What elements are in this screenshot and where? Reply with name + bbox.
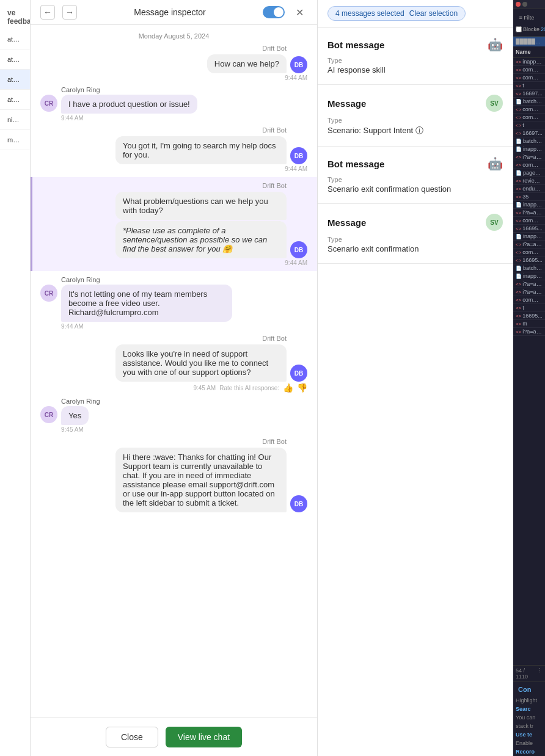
list-item[interactable]: <> 35 xyxy=(513,193,545,201)
list-item[interactable]: <> 16697... xyxy=(513,129,545,137)
rate-row: 9:45 AM Rate this AI response: 👍 👎 xyxy=(193,383,307,393)
sidebar-item-0[interactable]: ator - DL xyxy=(0,29,30,49)
bot-sender-label: Drift Bot xyxy=(262,438,287,445)
main-content: ← → Message inspector ✕ Monday August 5,… xyxy=(31,0,545,756)
recoro-section: Recoro xyxy=(513,747,545,756)
devtools-bar-text: ██████████ xyxy=(516,38,543,45)
inspector-body: Bot message 🤖 Type AI response skill Mes… xyxy=(318,27,513,756)
message-inspector-toggle[interactable] xyxy=(263,6,285,18)
list-item[interactable]: 📄 inapp?... xyxy=(513,272,545,280)
thumbs-up-icon[interactable]: 👍 xyxy=(283,383,293,393)
tag-icon: <> xyxy=(516,329,521,335)
list-item[interactable]: 📄 batche... xyxy=(513,98,545,106)
list-item[interactable]: <> 16695... xyxy=(513,256,545,264)
filter-button[interactable]: ≡ Filte xyxy=(516,12,538,24)
tag-icon: <> xyxy=(516,226,521,231)
tag-icon: <> xyxy=(516,258,521,263)
tag-icon: <> xyxy=(516,282,521,287)
inspector-card-4[interactable]: Message SV Type Scenario exit confirmati… xyxy=(318,204,513,264)
type-value: Scenario: Support Intent ⓘ xyxy=(327,125,503,136)
devtools-rows[interactable]: <> inapp?... <> comma... <> comma... <> … xyxy=(513,58,545,665)
file-icon: 📄 xyxy=(516,202,522,208)
sidebar-item-3[interactable]: ator - DL xyxy=(0,90,30,110)
list-item[interactable]: <> m xyxy=(513,320,545,328)
list-item[interactable]: <> comma... xyxy=(513,249,545,256)
tag-icon: <> xyxy=(516,305,521,311)
list-item[interactable]: <> 16695... xyxy=(513,312,545,320)
devtools-count: 54 / 1110 xyxy=(516,667,537,680)
clear-selection-button[interactable]: Clear selection xyxy=(409,9,458,18)
list-item[interactable]: <> i?a=ak... xyxy=(513,288,545,296)
chat-body[interactable]: Drift Bot How can we help? DB 9:44 AM Ca… xyxy=(31,45,317,718)
list-item[interactable]: <> comma... xyxy=(513,296,545,304)
type-label: Type xyxy=(327,236,503,243)
bot-icon: 🤖 xyxy=(488,156,503,171)
close-icon[interactable]: ✕ xyxy=(292,5,307,20)
list-item[interactable]: <> t xyxy=(513,82,545,90)
sidebar-item-1[interactable]: ator - DL xyxy=(0,49,30,70)
message-bubble: Looks like you're in need of support ass… xyxy=(115,344,287,382)
sidebar-header: ve feedback xyxy=(0,5,30,29)
list-item[interactable]: 📄 inapp?... xyxy=(513,145,545,153)
list-item[interactable]: <> inapp?... xyxy=(513,58,545,66)
list-item[interactable]: 📄 inapp?... xyxy=(513,233,545,241)
list-item[interactable]: <> comma... xyxy=(513,114,545,122)
message-2: Carolyn Ring CR I have a product questio… xyxy=(40,86,307,122)
inspector-card-3[interactable]: Bot message 🤖 Type Scenario exit confirm… xyxy=(318,147,513,204)
type-value: Scenario exit confirmation xyxy=(327,244,503,253)
list-item[interactable]: <> comma... xyxy=(513,66,545,74)
message-7: Carolyn Ring CR Yes 9:45 AM xyxy=(40,398,307,433)
list-item[interactable]: <> i?a=ak... xyxy=(513,153,545,161)
close-button[interactable]: Close xyxy=(106,727,158,747)
inspector-card-2[interactable]: Message SV Type Scenario: Support Intent… xyxy=(318,85,513,147)
devtools-console-bar xyxy=(513,0,545,9)
selection-badge: 4 messages selected Clear selection xyxy=(327,6,466,21)
rate-label: Rate this AI response: xyxy=(219,385,279,391)
list-item[interactable]: <> i?a=ak... xyxy=(513,328,545,336)
view-live-chat-button[interactable]: View live chat xyxy=(166,727,242,747)
enable-label: Enable xyxy=(516,740,533,746)
con-label: Con xyxy=(516,685,533,694)
back-button[interactable]: ← xyxy=(40,5,55,20)
blocked-checkbox[interactable] xyxy=(516,26,522,32)
search-hint: You can xyxy=(513,713,545,722)
recoro-label: Recoro xyxy=(516,749,535,755)
type-label: Type xyxy=(327,176,503,183)
tag-icon: <> xyxy=(516,83,521,89)
list-item[interactable]: <> comma... xyxy=(513,217,545,225)
chat-header-title: Message inspector xyxy=(84,7,255,17)
devtools-num: 20 xyxy=(541,26,545,32)
forward-button[interactable]: → xyxy=(62,5,77,20)
list-item[interactable]: 📄 inapp?... xyxy=(513,201,545,209)
list-item[interactable]: <> i?a=ak... xyxy=(513,209,545,217)
list-item[interactable]: <> 16697... xyxy=(513,90,545,98)
avatar: CR xyxy=(40,285,57,302)
list-item[interactable]: <> i?a=ak... xyxy=(513,241,545,249)
list-item[interactable]: <> 16695... xyxy=(513,225,545,233)
list-item[interactable]: <> t xyxy=(513,122,545,129)
message-time: 9:45 AM xyxy=(193,385,216,391)
list-item[interactable]: <> review... xyxy=(513,177,545,185)
bot-icon: 🤖 xyxy=(488,37,503,52)
devtools-options-icon[interactable]: ⋮ xyxy=(537,667,543,680)
list-item[interactable]: <> comma... xyxy=(513,161,545,169)
list-item[interactable]: 📄 page?!... xyxy=(513,169,545,177)
list-item[interactable]: <> t xyxy=(513,304,545,312)
inspector-card-1[interactable]: Bot message 🤖 Type AI response skill xyxy=(318,27,513,85)
sidebar-item-5[interactable]: mo-Request xyxy=(0,130,30,150)
thumbs-down-icon[interactable]: 👎 xyxy=(297,383,307,393)
list-item[interactable]: <> i?a=ak... xyxy=(513,280,545,288)
list-item[interactable]: <> comma... xyxy=(513,74,545,82)
tag-icon: <> xyxy=(516,115,521,120)
list-item[interactable]: 📄 batche... xyxy=(513,137,545,145)
tag-icon: <> xyxy=(516,250,521,255)
list-item[interactable]: 📄 batche... xyxy=(513,264,545,272)
tag-icon: <> xyxy=(516,123,521,128)
sidebar-item-4[interactable]: nic-Playbook-Lau xyxy=(0,110,30,130)
avatar: DB xyxy=(290,147,307,164)
sidebar-item-2[interactable]: ator - DL xyxy=(0,70,30,90)
list-item[interactable]: <> enduse... xyxy=(513,185,545,193)
list-item[interactable]: <> comma... xyxy=(513,106,545,114)
highlight-section: Highlight xyxy=(513,696,545,705)
type-value: AI response skill xyxy=(327,65,503,75)
